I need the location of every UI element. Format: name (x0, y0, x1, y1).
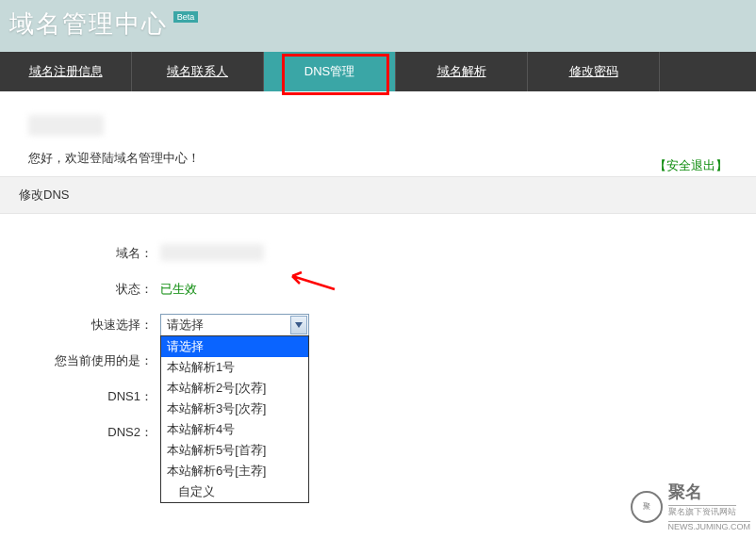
dropdown-list: 请选择 本站解析1号 本站解析2号[次荐] 本站解析3号[次荐] 本站解析4号 … (160, 335, 309, 503)
select-display-text: 请选择 (167, 317, 204, 334)
status-value: 已生效 (160, 282, 197, 296)
nav-item-reginfo[interactable]: 域名注册信息 (0, 52, 132, 91)
welcome-area: 您好，欢迎登陆域名管理中心！ 安全退出 (0, 91, 756, 176)
domain-value-masked (160, 244, 264, 261)
watermark-sub: 聚名旗下资讯网站 (668, 505, 736, 518)
dropdown-option[interactable]: 自定义 (161, 481, 308, 502)
logo-text: 域名管理中心 (9, 8, 168, 41)
domain-name-masked (28, 115, 104, 136)
status-label: 状态： (38, 281, 160, 298)
nav-item-password[interactable]: 修改密码 (528, 52, 660, 91)
watermark-url: NEWS.JUMING.COM (668, 521, 751, 531)
section-title: 修改DNS (0, 176, 756, 214)
dropdown-option[interactable]: 本站解析3号[次荐] (161, 399, 308, 419)
header: 域名管理中心 Beta (0, 0, 756, 52)
dropdown-option[interactable]: 本站解析1号 (161, 357, 308, 378)
dropdown-option[interactable]: 本站解析6号[主荐] (161, 461, 308, 481)
dropdown-option[interactable]: 本站解析2号[次荐] (161, 378, 308, 399)
nav-item-dns[interactable]: DNS管理 (264, 52, 396, 91)
dns2-label: DNS2： (38, 424, 160, 441)
domain-label: 域名： (38, 245, 160, 262)
dropdown-option[interactable]: 本站解析4号 (161, 419, 308, 440)
quick-select-label: 快速选择： (38, 317, 160, 334)
nav-item-resolve[interactable]: 域名解析 (396, 52, 528, 91)
dns1-label: DNS1： (38, 388, 160, 405)
watermark-icon: 聚 (631, 491, 663, 523)
quick-select-dropdown[interactable]: 请选择 (160, 314, 309, 336)
dropdown-option[interactable]: 本站解析5号[首荐] (161, 440, 308, 461)
nav-item-contacts[interactable]: 域名联系人 (132, 52, 264, 91)
watermark-brand: 聚名 (668, 482, 702, 501)
dropdown-arrow-icon (290, 316, 307, 334)
beta-badge: Beta (173, 11, 199, 23)
watermark: 聚 聚名 聚名旗下资讯网站 NEWS.JUMING.COM (631, 481, 751, 532)
safe-exit-link[interactable]: 安全退出 (654, 157, 728, 174)
greeting-text: 您好，欢迎登陆域名管理中心！ (28, 150, 728, 167)
nav-bar: 域名注册信息 域名联系人 DNS管理 域名解析 修改密码 (0, 52, 756, 91)
dropdown-option[interactable]: 请选择 (161, 336, 308, 357)
current-use-label: 您当前使用的是： (38, 352, 160, 369)
